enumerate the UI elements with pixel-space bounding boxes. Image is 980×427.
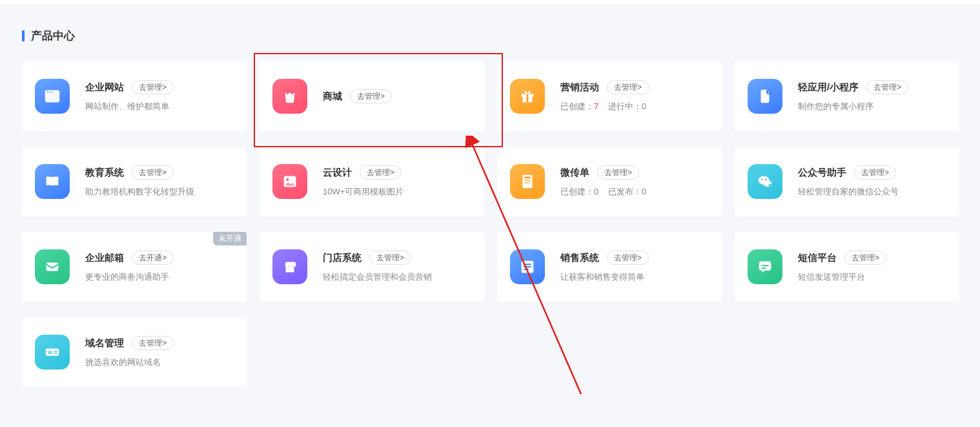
card-stats: 已创建：0 已发布：0 [560,186,710,198]
card-title: 企业网站 [85,81,124,94]
card-title: 门店系统 [323,252,362,264]
svg-point-4 [52,92,53,93]
top-bar [0,0,980,5]
card-title: 营销活动 [560,81,599,94]
svg-text:W.: W. [48,349,54,355]
section-title-bar [22,30,25,41]
card-wechat-assistant[interactable]: 公众号助手 去管理> 轻松管理自家的微信公众号 [735,147,959,216]
mail-icon [35,249,70,284]
store-icon [272,249,307,284]
svg-rect-13 [524,177,530,179]
card-desc: 制作您的专属小程序 [798,101,948,112]
card-flyer[interactable]: 微传单 去管理> 已创建：0 已发布：0 [497,147,722,216]
manage-button[interactable]: 去管理> [866,80,908,94]
manage-button[interactable]: 去管理> [607,251,649,265]
svg-rect-25 [524,266,531,267]
svg-point-3 [49,92,50,93]
manage-button[interactable]: 去管理> [132,165,174,180]
card-title: 云设计 [323,167,352,179]
svg-point-2 [47,92,48,93]
flyer-icon [510,164,545,199]
svg-point-11 [286,178,289,181]
list-icon [510,249,545,284]
card-title: 公众号助手 [798,167,846,179]
book-icon [35,164,70,199]
browser-icon [35,79,70,114]
card-desc: 网站制作、维护都简单 [85,101,235,112]
card-title: 微传单 [560,167,589,179]
stat-value: 7 [594,101,598,111]
domain-icon: W. [35,335,70,370]
svg-rect-22 [285,267,294,272]
svg-rect-21 [46,262,59,271]
card-title: 教育系统 [85,167,124,179]
card-store-system[interactable]: 门店系统 去管理> 轻松搞定会员管理和会员营销 [260,232,484,302]
svg-rect-7 [527,94,529,102]
card-mall[interactable]: 商城 去管理> [260,61,484,131]
card-desc: 让获客和销售变得简单 [560,271,710,283]
svg-rect-15 [524,182,530,183]
wechat-icon [748,164,782,199]
stat-value: 0 [642,187,646,196]
card-domain[interactable]: W. 域名管理 去管理> 挑选喜欢的网站域名 [22,317,247,387]
card-cloud-design[interactable]: 云设计 去管理> 10W+可商用模板图片 [260,147,484,216]
gift-icon [510,79,545,114]
svg-rect-14 [524,180,530,181]
card-enterprise-website[interactable]: 企业网站 去管理> 网站制作、维护都简单 [22,61,247,131]
card-marketing[interactable]: 营销活动 去管理> 已创建：7 进行中：0 [497,61,722,131]
section-title: 产品中心 [22,28,958,43]
svg-rect-32 [54,351,57,351]
card-education[interactable]: 教育系统 去管理> 助力教培机构数字化转型升级 [22,147,247,216]
activate-button[interactable]: 去开通> [132,251,174,265]
svg-point-19 [765,179,766,180]
manage-button[interactable]: 去管理> [360,165,402,180]
card-desc: 挑选喜欢的网站域名 [85,357,235,368]
shopping-bag-icon [272,79,307,114]
status-badge: 未开通 [213,232,247,245]
manage-button[interactable]: 去管理> [854,165,896,180]
manage-button[interactable]: 去管理> [844,251,886,265]
stat-value: 0 [594,187,598,196]
section-title-text: 产品中心 [31,28,75,43]
card-title: 商城 [323,90,342,103]
svg-rect-29 [761,267,766,269]
manage-button[interactable]: 去管理> [132,336,174,350]
manage-button[interactable]: 去管理> [597,165,639,180]
manage-button[interactable]: 去管理> [607,80,649,94]
manage-button[interactable]: 去管理> [369,251,411,265]
svg-rect-24 [524,264,531,265]
svg-rect-26 [524,269,529,270]
product-grid: 企业网站 去管理> 网站制作、维护都简单 商城 去管理> [22,61,958,387]
card-title: 短信平台 [798,252,837,264]
chat-icon [748,249,782,284]
image-icon [272,164,307,199]
stat-value: 0 [642,101,646,111]
stat-label: 已发布： [608,187,642,196]
stat-label: 进行中： [608,101,642,111]
manage-button[interactable]: 去管理> [132,80,174,94]
card-title: 企业邮箱 [85,252,124,264]
stat-label: 已创建： [560,101,594,111]
card-stats: 已创建：7 进行中：0 [560,101,710,112]
card-sales-system[interactable]: 销售系统 去管理> 让获客和销售变得简单 [497,232,722,302]
svg-point-18 [761,179,762,180]
card-desc: 10W+可商用模板图片 [323,186,473,198]
card-desc: 更专业的商务沟通助手 [85,271,235,283]
card-desc: 轻松搞定会员管理和会员营销 [323,271,473,283]
card-desc: 轻松管理自家的微信公众号 [798,186,948,198]
manage-button[interactable]: 去管理> [350,89,392,103]
card-enterprise-mail[interactable]: 未开通 企业邮箱 去开通> 更专业的商务沟通助手 [22,232,247,302]
card-title: 轻应用/小程序 [798,81,859,94]
stat-label: 已创建： [560,187,594,196]
card-miniprogram[interactable]: 轻应用/小程序 去管理> 制作您的专属小程序 [735,61,959,131]
card-title: 销售系统 [560,252,599,264]
card-sms-platform[interactable]: 短信平台 去管理> 短信发送管理平台 [735,232,959,302]
card-desc: 助力教培机构数字化转型升级 [85,186,235,198]
svg-rect-28 [761,265,768,266]
card-title: 域名管理 [85,337,124,349]
card-desc: 短信发送管理平台 [798,271,948,283]
svg-rect-33 [54,353,57,353]
miniprogram-icon [748,79,782,114]
